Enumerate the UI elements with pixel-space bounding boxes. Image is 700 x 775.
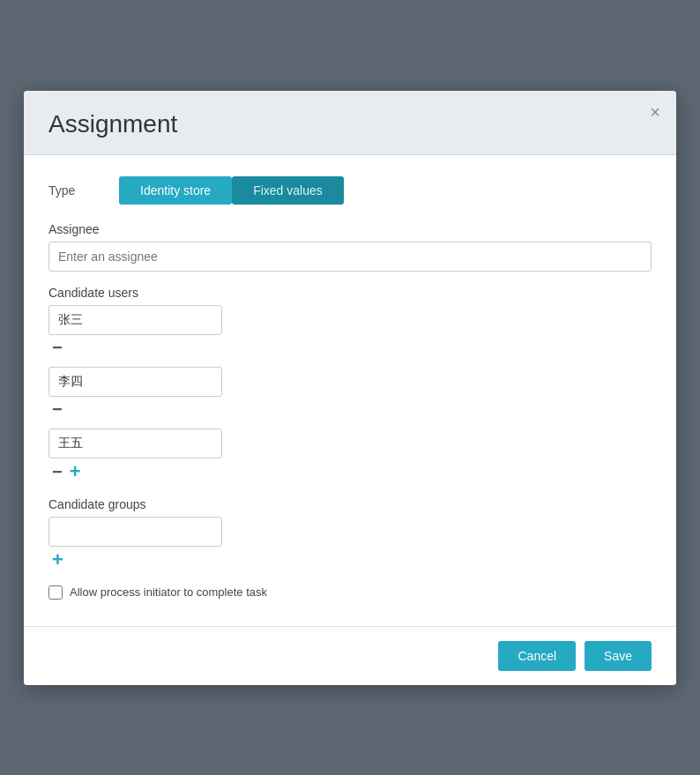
add-group-button[interactable]: + — [48, 548, 67, 571]
cancel-button[interactable]: Cancel — [498, 641, 576, 671]
modal-title: Assignment — [48, 110, 652, 138]
assignment-modal: Assignment × Type Identity store Fixed v… — [24, 91, 676, 685]
candidate-groups-section: Candidate groups + — [48, 497, 652, 571]
action-row-1: − — [48, 399, 652, 420]
candidate-user-input-1[interactable] — [48, 367, 222, 397]
remove-user-button-0[interactable]: − — [48, 337, 66, 358]
modal-footer: Cancel Save — [24, 626, 676, 685]
candidate-user-input-0[interactable] — [48, 305, 222, 335]
type-buttons: Identity store Fixed values — [119, 176, 344, 205]
action-row-0: − — [48, 337, 652, 358]
fixed-values-button[interactable]: Fixed values — [232, 176, 344, 205]
candidate-user-entry-1: − — [48, 367, 652, 420]
group-action-row-0: + — [48, 548, 652, 571]
allow-initiator-row: Allow process initiator to complete task — [48, 585, 652, 600]
candidate-user-entry-0: − — [48, 305, 652, 358]
remove-user-button-2[interactable]: − — [48, 461, 66, 482]
allow-initiator-label: Allow process initiator to complete task — [70, 585, 267, 599]
save-button[interactable]: Save — [585, 641, 652, 671]
assignee-label: Assignee — [48, 222, 652, 236]
add-user-button[interactable]: + — [66, 460, 85, 483]
candidate-user-input-2[interactable] — [48, 428, 222, 458]
modal-body: Type Identity store Fixed values Assigne… — [24, 155, 676, 626]
candidate-group-entry-0: + — [48, 517, 652, 571]
candidate-user-entry-2: − + — [48, 428, 652, 483]
type-row: Type Identity store Fixed values — [48, 176, 652, 205]
candidate-users-label: Candidate users — [48, 286, 652, 300]
assignee-section: Assignee — [48, 222, 652, 272]
action-row-2: − + — [48, 460, 652, 483]
allow-initiator-checkbox[interactable] — [48, 585, 63, 600]
modal-header: Assignment × — [24, 91, 676, 155]
candidate-users-section: Candidate users − − — [48, 286, 652, 483]
modal-overlay: Assignment × Type Identity store Fixed v… — [0, 0, 700, 775]
candidate-group-input-0[interactable] — [48, 517, 222, 547]
identity-store-button[interactable]: Identity store — [119, 176, 232, 205]
remove-user-button-1[interactable]: − — [48, 399, 66, 420]
candidate-groups-label: Candidate groups — [48, 497, 652, 511]
close-button[interactable]: × — [650, 103, 660, 121]
assignee-input[interactable] — [48, 242, 652, 272]
type-label: Type — [48, 183, 119, 197]
